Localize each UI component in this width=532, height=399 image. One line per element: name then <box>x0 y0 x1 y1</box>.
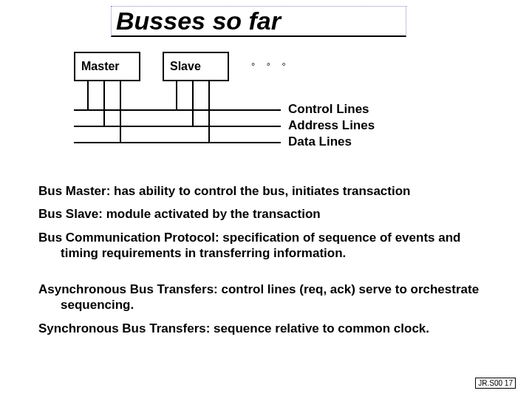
master-conn-2 <box>103 81 105 126</box>
title-container: Busses so far <box>111 6 406 37</box>
slave-conn-3 <box>208 81 210 142</box>
definitions-block: Bus Master: has ability to control the b… <box>38 183 497 344</box>
data-lines-label: Data Lines <box>288 134 352 149</box>
control-lines <box>74 109 281 111</box>
def-sync: Synchronous Bus Transfers: sequence rela… <box>38 321 497 336</box>
def-async: Asynchronous Bus Transfers: control line… <box>38 282 497 313</box>
slave-label: Slave <box>170 60 201 73</box>
master-conn-3 <box>120 81 121 142</box>
control-lines-label: Control Lines <box>288 102 369 117</box>
slave-conn-2 <box>192 81 194 126</box>
ellipsis-icon: ° ° ° <box>251 61 290 72</box>
def-bus-master: Bus Master: has ability to control the b… <box>38 183 497 199</box>
slave-conn-1 <box>176 81 177 109</box>
data-lines <box>74 142 281 143</box>
def-bus-slave: Bus Slave: module activated by the trans… <box>38 206 497 222</box>
master-box: Master <box>74 52 140 81</box>
bus-diagram: Master Slave ° ° ° Control Lines Address… <box>74 52 443 163</box>
master-conn-1 <box>87 81 89 109</box>
address-lines-label: Address Lines <box>288 118 375 133</box>
slave-box: Slave <box>163 52 229 81</box>
def-bus-protocol: Bus Communication Protocol: specificatio… <box>38 230 497 262</box>
address-lines <box>74 126 281 127</box>
footer-tag: JR.S00 17 <box>475 378 516 389</box>
master-label: Master <box>81 60 120 73</box>
slide-title: Busses so far <box>111 6 406 37</box>
